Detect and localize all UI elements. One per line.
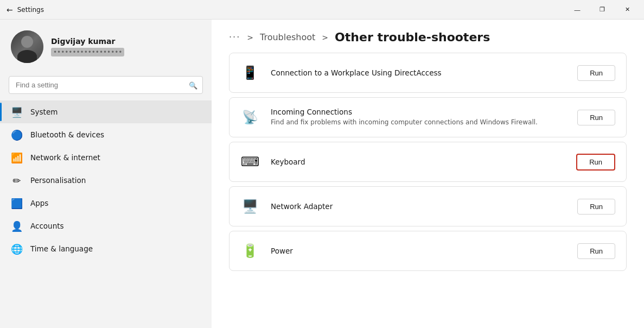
run-button-power[interactable]: Run — [577, 243, 615, 259]
item-info-power: Power — [271, 247, 566, 255]
troubleshoot-item-incoming: 📡 Incoming Connections Find and fix prob… — [229, 97, 627, 137]
content-header: ··· > Troubleshoot > Other trouble-shoot… — [212, 20, 644, 53]
run-button-network[interactable]: Run — [577, 199, 615, 215]
troubleshoot-item-power: 🔋 Power Run — [229, 231, 627, 271]
item-title-network: Network Adapter — [271, 202, 566, 211]
nav-icon-accounts: 👤 — [11, 220, 23, 232]
nav-icon-personalisation: ✏️ — [11, 174, 23, 186]
sidebar-item-network[interactable]: 📶 Network & internet — [0, 146, 212, 169]
item-title-incoming: Incoming Connections — [271, 108, 566, 116]
nav-list: 🖥️ System 🔵 Bluetooth & devices 📶 Networ… — [0, 100, 212, 328]
sidebar-item-personalisation[interactable]: ✏️ Personalisation — [0, 169, 212, 192]
title-bar: ← Settings — ❐ ✕ — [0, 0, 644, 20]
avatar-image — [11, 30, 43, 63]
troubleshoot-item-keyboard: ⌨️ Keyboard Run — [229, 142, 627, 182]
nav-icon-time: 🌐 — [11, 243, 23, 255]
run-button-incoming[interactable]: Run — [577, 110, 615, 125]
nav-label-system: System — [30, 108, 58, 116]
sidebar-item-accounts[interactable]: 👤 Accounts — [0, 215, 212, 237]
breadcrumb-dots: ··· — [229, 32, 240, 42]
nav-icon-network: 📶 — [11, 152, 23, 163]
search-icon: 🔍 — [189, 81, 197, 89]
search-box: 🔍 — [9, 76, 203, 94]
nav-label-network: Network & internet — [30, 153, 100, 162]
nav-label-accounts: Accounts — [30, 222, 64, 230]
close-button[interactable]: ✕ — [615, 0, 640, 20]
breadcrumb-current: Other trouble-shooters — [335, 30, 490, 44]
breadcrumb-troubleshoot[interactable]: Troubleshoot — [260, 32, 315, 42]
item-icon-directaccess: 📱 — [240, 63, 260, 83]
restore-button[interactable]: ❐ — [590, 0, 615, 20]
back-icon[interactable]: ← — [7, 5, 13, 14]
item-info-keyboard: Keyboard — [271, 157, 565, 166]
user-email: •••••••••••••••••• — [51, 48, 124, 56]
nav-icon-system: 🖥️ — [11, 106, 23, 118]
item-desc-incoming: Find and fix problems with incoming comp… — [271, 118, 566, 127]
avatar — [11, 30, 43, 63]
content-scroll: 📱 Connection to a Workplace Using Direct… — [212, 53, 644, 328]
content-area: ··· > Troubleshoot > Other trouble-shoot… — [212, 20, 644, 328]
breadcrumb-sep-2: > — [322, 33, 328, 42]
user-info: Digvijay kumar •••••••••••••••••• — [51, 37, 124, 56]
troubleshoot-item-directaccess: 📱 Connection to a Workplace Using Direct… — [229, 53, 627, 93]
nav-icon-apps: 🟦 — [11, 197, 23, 209]
nav-label-personalisation: Personalisation — [30, 176, 86, 185]
title-bar-left: ← Settings — [7, 5, 44, 14]
item-title-power: Power — [271, 247, 566, 255]
sidebar-item-time[interactable]: 🌐 Time & language — [0, 237, 212, 260]
item-title-keyboard: Keyboard — [271, 157, 565, 166]
nav-icon-bluetooth: 🔵 — [11, 129, 23, 141]
search-input[interactable] — [9, 76, 203, 94]
sidebar: Digvijay kumar •••••••••••••••••• 🔍 🖥️ S… — [0, 20, 212, 328]
run-button-directaccess[interactable]: Run — [577, 65, 615, 81]
sidebar-item-bluetooth[interactable]: 🔵 Bluetooth & devices — [0, 123, 212, 146]
breadcrumb-sep-1: > — [247, 33, 253, 42]
troubleshoot-item-network: 🖥️ Network Adapter Run — [229, 186, 627, 226]
item-icon-network: 🖥️ — [240, 197, 260, 216]
item-icon-keyboard: ⌨️ — [240, 152, 260, 172]
item-icon-power: 🔋 — [240, 241, 260, 261]
minimize-button[interactable]: — — [565, 0, 590, 20]
sidebar-item-apps[interactable]: 🟦 Apps — [0, 192, 212, 215]
nav-label-apps: Apps — [30, 199, 48, 207]
item-icon-incoming: 📡 — [240, 108, 260, 127]
item-info-network: Network Adapter — [271, 202, 566, 211]
item-info-incoming: Incoming Connections Find and fix proble… — [271, 108, 566, 127]
nav-label-bluetooth: Bluetooth & devices — [30, 130, 104, 139]
run-button-keyboard[interactable]: Run — [576, 154, 615, 171]
item-info-directaccess: Connection to a Workplace Using DirectAc… — [271, 68, 566, 77]
app-body: Digvijay kumar •••••••••••••••••• 🔍 🖥️ S… — [0, 20, 644, 328]
title-bar-title: Settings — [17, 6, 44, 14]
title-bar-controls: — ❐ ✕ — [565, 0, 640, 20]
user-section[interactable]: Digvijay kumar •••••••••••••••••• — [0, 20, 212, 74]
item-title-directaccess: Connection to a Workplace Using DirectAc… — [271, 68, 566, 77]
sidebar-item-system[interactable]: 🖥️ System — [0, 100, 212, 123]
nav-label-time: Time & language — [30, 244, 93, 253]
user-name: Digvijay kumar — [51, 37, 124, 46]
